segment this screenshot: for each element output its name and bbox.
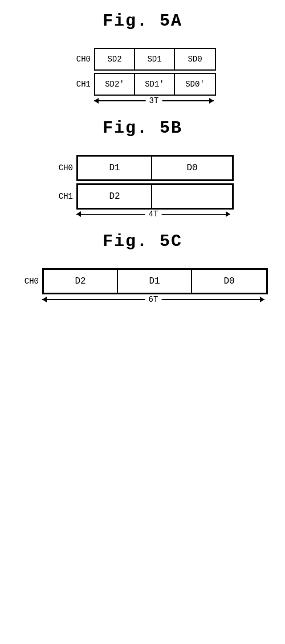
figure-5b: Fig. 5B CH0 D1 D0 CH1 D2 4T (0, 118, 285, 215)
fig5a-ch0-box2: SD0 (175, 49, 215, 69)
fig5a-diagram: CH0 SD2 SD1 SD0 CH1 SD2' SD1' SD0' 3T (69, 48, 216, 101)
fig5c-arrow-label: 6T (145, 295, 162, 304)
fig5c-ch0-box1: D1 (118, 270, 192, 293)
fig5b-ch1-label: CH1 (51, 192, 73, 201)
fig5a-ch1-box0: SD2' (95, 74, 135, 95)
fig5c-ch0-boxes: D2 D1 D0 (42, 268, 268, 294)
fig5b-title: Fig. 5B (103, 118, 182, 138)
fig5a-ch1-box2: SD0' (175, 74, 215, 95)
fig5b-ch0-box1: D0 (152, 157, 232, 179)
figure-5c: Fig. 5C CH0 D2 D1 D0 6T (0, 232, 285, 300)
figure-5a: Fig. 5A CH0 SD2 SD1 SD0 CH1 SD2' SD1' SD… (0, 11, 285, 101)
fig5a-ch0-label: CH0 (69, 55, 91, 64)
fig5c-ch0-box2: D0 (192, 270, 266, 293)
fig5a-ch1-boxes: SD2' SD1' SD0' (94, 73, 216, 96)
fig5b-ch1-box0: D2 (78, 185, 152, 208)
fig5b-ch1-row: CH1 D2 (51, 183, 234, 210)
fig5a-arrow-label: 3T (146, 96, 162, 105)
fig5c-ch0-label: CH0 (17, 277, 39, 286)
fig5c-ch0-row: CH0 D2 D1 D0 (17, 268, 268, 294)
fig5c-arrow: 6T (42, 299, 264, 300)
fig5c-title: Fig. 5C (103, 232, 182, 251)
fig5a-ch1-box1: SD1' (135, 74, 175, 95)
fig5a-ch0-box0: SD2 (95, 49, 135, 69)
fig5c-arrow-row: 6T (42, 299, 264, 300)
fig5b-ch0-boxes: D1 D0 (76, 155, 234, 181)
fig5c-ch0-box0: D2 (44, 270, 118, 293)
fig5b-ch0-row: CH0 D1 D0 (51, 155, 234, 181)
fig5a-ch0-boxes: SD2 SD1 SD0 (94, 48, 216, 71)
fig5a-ch0-row: CH0 SD2 SD1 SD0 (69, 48, 216, 71)
fig5b-diagram: CH0 D1 D0 CH1 D2 4T (51, 155, 234, 215)
fig5b-ch1-box1 (152, 185, 232, 208)
fig5b-arrow-label: 4T (145, 210, 162, 219)
fig5a-arrow-row: 3T (94, 100, 214, 101)
fig5b-arrow: 4T (76, 214, 230, 215)
fig5a-arrow: 3T (94, 100, 214, 101)
fig5a-title: Fig. 5A (103, 11, 182, 31)
fig5c-diagram: CH0 D2 D1 D0 6T (17, 268, 268, 300)
fig5a-ch1-row: CH1 SD2' SD1' SD0' (69, 73, 216, 96)
fig5a-ch1-label: CH1 (69, 80, 91, 89)
fig5b-arrow-row: 4T (76, 214, 230, 215)
fig5b-ch0-label: CH0 (51, 163, 73, 173)
fig5a-ch0-box1: SD1 (135, 49, 175, 69)
fig5b-ch0-box0: D1 (78, 157, 152, 179)
fig5b-ch1-boxes: D2 (76, 183, 234, 210)
